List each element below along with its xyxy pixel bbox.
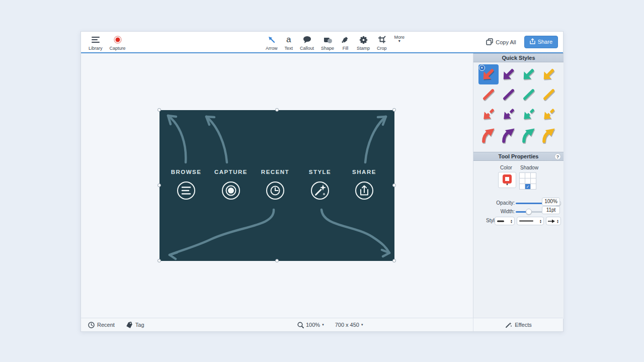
quick-style-line-purple[interactable] (499, 84, 519, 105)
canvas-label-share: SHARE (352, 169, 376, 175)
quick-style-solid-purple[interactable] (499, 64, 519, 84)
tool-label: Text (285, 46, 293, 51)
zoom-magnifier-icon (297, 322, 304, 328)
stepper-icon: ▲▼ (510, 219, 513, 223)
quick-style-solid-red[interactable]: × (478, 64, 499, 84)
more-button[interactable]: More ▾ (390, 32, 409, 52)
recent-button[interactable]: Recent (88, 322, 115, 328)
callout-tool-icon (303, 35, 311, 45)
clock-icon (88, 322, 95, 328)
chevron-down-icon: ▼ (506, 184, 509, 186)
library-button[interactable]: Library (85, 32, 106, 52)
recent-label: Recent (97, 322, 115, 328)
resize-handle-w[interactable] (157, 184, 161, 187)
effects-button[interactable]: Effects (473, 318, 564, 331)
quick-style-line-teal[interactable] (519, 84, 539, 105)
bent-arrow-icon (480, 127, 497, 143)
fill-tool-icon (341, 35, 350, 45)
copy-all-button[interactable]: Copy All (486, 38, 516, 46)
copy-icon (486, 38, 493, 46)
quick-style-solid-yellow[interactable] (539, 64, 559, 84)
canvas-dimensions-dropdown[interactable]: 700 x 450 (335, 322, 359, 328)
quick-style-dashed-purple[interactable] (499, 105, 519, 125)
tool-fill[interactable]: Fill (338, 32, 353, 52)
line-arrow-icon (501, 86, 517, 103)
bent-arrow-icon (541, 127, 557, 143)
tool-shape[interactable]: Shape (317, 32, 338, 52)
quick-style-dashed-teal[interactable] (519, 105, 539, 125)
chevron-down-icon: ▾ (361, 323, 363, 327)
current-color-swatch (503, 174, 512, 184)
annotated-screenshot: BROWSE CAPTURE RECENT STYLE SHARE (159, 110, 394, 261)
bent-arrow-icon (501, 127, 517, 143)
tool-label: Fill (343, 46, 349, 51)
help-button[interactable]: ? (554, 153, 561, 160)
tool-text[interactable]: a Text (281, 32, 297, 52)
resize-handle-s[interactable] (275, 259, 279, 262)
library-icon (91, 35, 100, 45)
line-style-select[interactable]: ▲▼ (517, 217, 544, 225)
tool-label: Stamp (357, 46, 370, 51)
canvas-label-recent: RECENT (261, 169, 289, 175)
width-value[interactable]: 11pt (542, 206, 560, 214)
tool-callout[interactable]: Callout (296, 32, 317, 52)
arrow-sample-icon (548, 219, 555, 223)
resize-handle-se[interactable] (392, 259, 396, 262)
quick-style-dashed-red[interactable] (478, 105, 499, 125)
line-arrow-icon (480, 86, 497, 103)
chevron-down-icon: ▾ (322, 323, 324, 327)
editor-window: Library Capture Arrow a Text (80, 31, 564, 332)
quick-style-line-red[interactable] (478, 84, 499, 105)
share-button[interactable]: Share (524, 36, 558, 48)
remove-style-badge[interactable]: × (479, 65, 485, 71)
tool-stamp[interactable]: Stamp (353, 32, 373, 52)
tool-label: Callout (300, 46, 314, 51)
canvas-label-browse: BROWSE (171, 169, 202, 175)
capture-button[interactable]: Capture (106, 32, 129, 52)
dashed-arrow-icon (501, 107, 517, 123)
solid-arrow-icon (501, 66, 517, 82)
tag-button[interactable]: Tag (126, 322, 144, 328)
resize-handle-ne[interactable] (392, 108, 396, 112)
canvas-image[interactable]: BROWSE CAPTURE RECENT STYLE SHARE (159, 110, 394, 261)
resize-handle-nw[interactable] (157, 108, 161, 112)
width-slider-knob[interactable] (526, 209, 532, 215)
line-sample-icon (519, 220, 534, 222)
quick-style-solid-teal[interactable] (519, 64, 539, 84)
solid-arrow-icon (521, 66, 537, 82)
shadow-direction-grid[interactable]: ✓ (520, 173, 536, 190)
dash-sample-icon (497, 220, 505, 222)
tool-arrow[interactable]: Arrow (262, 32, 281, 52)
tool-crop[interactable]: Crop (373, 32, 390, 52)
resize-handle-e[interactable] (392, 184, 396, 187)
quick-style-line-yellow[interactable] (539, 84, 559, 105)
opacity-value[interactable]: 100% (542, 198, 560, 206)
top-toolbar: Library Capture Arrow a Text (81, 32, 563, 53)
canvas-label-style: STYLE (309, 169, 332, 175)
share-icon (530, 38, 535, 45)
tool-properties-header: Tool Properties ? (473, 152, 564, 161)
quick-style-dashed-yellow[interactable] (539, 105, 559, 125)
resize-handle-sw[interactable] (157, 259, 161, 262)
color-swatch-dropdown[interactable]: ▼ (498, 172, 516, 188)
library-label: Library (89, 46, 103, 51)
quick-style-bent-red[interactable] (478, 125, 499, 145)
line-arrow-icon (521, 86, 537, 103)
quick-style-bent-purple[interactable] (499, 125, 519, 145)
dashed-arrow-icon (541, 107, 557, 123)
style-row: Style: ▲▼ ▲▼ ▲▼ (473, 217, 564, 225)
width-label: Width: (501, 209, 515, 214)
quick-style-bent-teal[interactable] (519, 125, 539, 145)
resize-handle-n[interactable] (275, 108, 279, 112)
tag-label: Tag (135, 322, 144, 328)
zoom-level-dropdown[interactable]: 100% (306, 322, 320, 328)
shadow-cell[interactable] (530, 184, 536, 190)
line-arrow-icon (541, 86, 557, 103)
crop-tool-icon (378, 35, 386, 45)
quick-style-bent-yellow[interactable] (539, 125, 559, 145)
dash-style-select[interactable]: ▲▼ (495, 217, 515, 225)
stepper-icon: ▲▼ (539, 219, 542, 223)
dashed-arrow-icon (480, 107, 497, 123)
arrow-end-select[interactable]: ▲▼ (546, 217, 561, 225)
quick-styles-grid: × (473, 62, 564, 145)
